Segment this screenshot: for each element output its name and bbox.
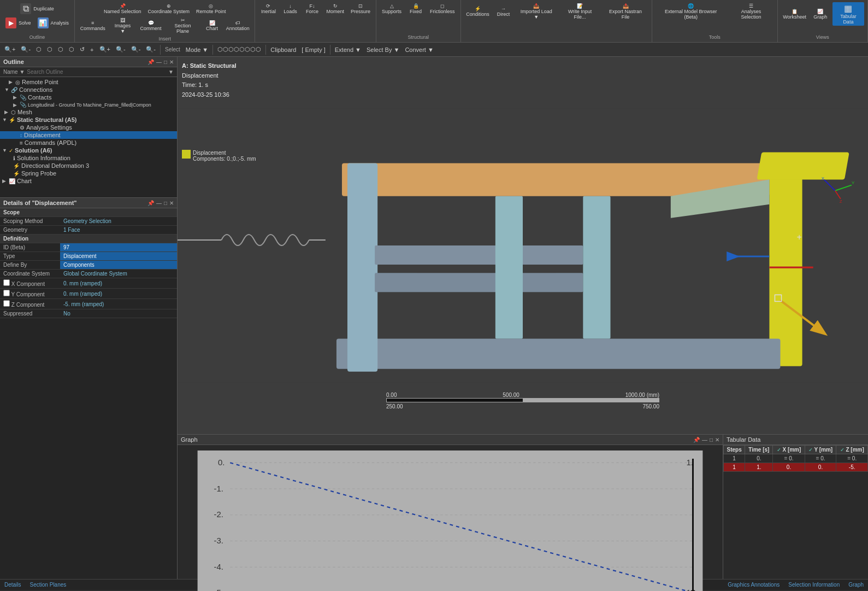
chart-toolbar-button[interactable]: 📈 Chart bbox=[202, 19, 222, 32]
view-btn-3[interactable]: ⬡ bbox=[67, 45, 76, 54]
analysis-button[interactable]: 📊 Analysis bbox=[36, 16, 72, 30]
write-input-button[interactable]: 📝 Write Input File... bbox=[559, 2, 600, 21]
tree-item-static-structural[interactable]: ▼ ⚡ Static Structural (A5) bbox=[0, 116, 177, 124]
tree-item-connections[interactable]: ▼ 🔗 Connections bbox=[0, 86, 177, 93]
y-component-checkbox[interactable] bbox=[3, 290, 10, 296]
expand-chart-tree[interactable]: ▶ bbox=[2, 178, 8, 184]
frictionless-button[interactable]: ◻ Frictionless bbox=[428, 2, 457, 15]
external-model-button[interactable]: 🌐 External Model Browser (Beta) bbox=[656, 2, 726, 21]
expand-remote-point[interactable]: ▶ bbox=[9, 79, 14, 85]
annotation-button[interactable]: 🏷 Annotation bbox=[224, 19, 251, 32]
conditions-button[interactable]: ⚡ Conditions bbox=[464, 5, 492, 18]
view-btn-1[interactable]: ⬡ bbox=[45, 45, 55, 54]
outline-maximize-button[interactable]: □ bbox=[164, 59, 167, 65]
expand-connections[interactable]: ▼ bbox=[4, 87, 10, 92]
tree-item-contacts[interactable]: ▶ 📎 Contacts bbox=[0, 93, 177, 101]
expand-contacts[interactable]: ▶ bbox=[13, 95, 19, 100]
tree-item-displacement[interactable]: ↕ Displacement bbox=[0, 131, 177, 139]
coordinate-system-button[interactable]: ⊕ Coordinate System bbox=[145, 2, 192, 15]
export-nastran-button[interactable]: 📤 Export Nastran File bbox=[603, 2, 648, 21]
expand-longitudinal[interactable]: ▶ bbox=[13, 102, 19, 108]
search-dropdown-button[interactable]: ▼ bbox=[168, 69, 174, 75]
details-status-link[interactable]: Details bbox=[4, 582, 21, 588]
zoom3-button[interactable]: 🔍- bbox=[114, 45, 128, 54]
inertial-button[interactable]: ⟳ Inertial bbox=[258, 2, 278, 15]
moment-button[interactable]: ↻ Moment bbox=[324, 2, 346, 15]
zoom-out-button[interactable]: 🔍- bbox=[19, 45, 33, 54]
view-btn-2[interactable]: ⬡ bbox=[56, 45, 66, 54]
tree-item-chart[interactable]: ▶ 📈 Chart bbox=[0, 177, 177, 185]
fixed-button[interactable]: 🔒 Fixed bbox=[406, 2, 426, 15]
tree-item-analysis-settings[interactable]: ⚙ Analysis Settings bbox=[0, 124, 177, 131]
tabular-row-0[interactable]: 1 0. = 0. = 0. = 0. bbox=[724, 454, 868, 463]
empty-button[interactable]: [ Empty ] bbox=[299, 45, 327, 54]
view-icons-group[interactable]: ⬡⬡⬡⬡⬡⬡⬡⬡ bbox=[215, 45, 263, 54]
tree-item-spring-probe[interactable]: ⚡ Spring Probe bbox=[0, 169, 177, 177]
remote-point-icon: ◎ bbox=[209, 3, 213, 9]
supports-button[interactable]: △ Supports bbox=[380, 2, 404, 15]
force-button[interactable]: F↓ Force bbox=[302, 2, 322, 15]
tabular-row-1[interactable]: 1 1. 0. 0. -5. bbox=[724, 463, 868, 472]
analyses-selection-button[interactable]: ☰ Analyses Selection bbox=[728, 2, 773, 21]
outline-minimize-button[interactable]: — bbox=[156, 59, 162, 65]
search-input[interactable] bbox=[27, 69, 166, 75]
tree-item-longitudinal[interactable]: ▶ 📎 Longitudinal - Ground To Machine_Fra… bbox=[0, 101, 177, 108]
clipboard-button[interactable]: Clipboard bbox=[268, 45, 298, 54]
fit-button[interactable]: ⬡ bbox=[34, 45, 44, 54]
scale-750: 750.00 bbox=[642, 403, 659, 409]
zoom4-button[interactable]: 🔍- bbox=[129, 45, 143, 54]
solve-button[interactable]: ▶ Solve bbox=[3, 16, 33, 30]
graphics-annotations-link[interactable]: Graphics Annotations bbox=[728, 582, 780, 588]
section-plane-button[interactable]: ✂ Section Plane bbox=[166, 16, 200, 35]
graph-status-link[interactable]: Graph bbox=[848, 582, 864, 588]
comment-button[interactable]: 💬 Comment bbox=[138, 19, 163, 32]
expand-mesh[interactable]: ▶ bbox=[4, 109, 10, 115]
imported-load-button[interactable]: 📥 Imported Load ▼ bbox=[516, 2, 558, 21]
extend-button[interactable]: Extend ▼ bbox=[333, 45, 363, 54]
tabular-data-button[interactable]: ▦ Tabular Data bbox=[832, 2, 864, 26]
add-button[interactable]: + bbox=[88, 45, 96, 54]
zoom5-button[interactable]: 🔍- bbox=[144, 45, 158, 54]
tree-item-directional-deformation[interactable]: ⚡ Directional Deformation 3 bbox=[0, 162, 177, 169]
outline-pin-button[interactable]: 📌 bbox=[147, 59, 154, 65]
graph-button[interactable]: 📈 Graph bbox=[811, 8, 830, 21]
details-close-button[interactable]: ✕ bbox=[169, 200, 174, 206]
details-maximize-button[interactable]: □ bbox=[164, 200, 167, 206]
commands-button[interactable]: ≡ Commands bbox=[78, 19, 107, 32]
x-component-checkbox[interactable] bbox=[3, 279, 10, 286]
named-selection-button[interactable]: 📌 Named Selection bbox=[102, 2, 144, 15]
z-component-checkbox[interactable] bbox=[3, 300, 10, 307]
pressure-button[interactable]: ⊡ Pressure bbox=[349, 2, 373, 15]
images-button[interactable]: 🖼 Images ▼ bbox=[109, 16, 135, 35]
select-by-button[interactable]: Select By ▼ bbox=[364, 45, 401, 54]
outline-close-button[interactable]: ✕ bbox=[169, 59, 174, 65]
duplicate-button[interactable]: ⧉ Duplicate bbox=[18, 2, 56, 15]
expand-solution[interactable]: ▼ bbox=[2, 148, 8, 153]
row1-x: 0. bbox=[773, 463, 805, 472]
worksheet-button[interactable]: 📋 Worksheet bbox=[781, 8, 808, 21]
section-planes-link[interactable]: Section Planes bbox=[30, 582, 67, 588]
graph-pin-button[interactable]: 📌 bbox=[693, 437, 700, 443]
tree-item-remote-point[interactable]: ▶ ◎ Remote Point bbox=[0, 78, 177, 86]
viewport[interactable]: A: Static Structural Displacement Time: … bbox=[178, 57, 868, 434]
details-pin-button[interactable]: 📌 bbox=[147, 200, 154, 206]
expand-static-structural[interactable]: ▼ bbox=[2, 117, 8, 122]
mode-dropdown[interactable]: Mode ▼ bbox=[184, 45, 210, 54]
loads-button[interactable]: ↓ Loads bbox=[280, 2, 300, 15]
remote-point-button[interactable]: ◎ Remote Point bbox=[194, 2, 228, 15]
graph-close-button[interactable]: ✕ bbox=[715, 437, 719, 443]
graph-minimize-button[interactable]: — bbox=[702, 437, 707, 443]
inertial-label: Inertial bbox=[261, 9, 276, 14]
zoom-in-button[interactable]: 🔍+ bbox=[2, 45, 17, 54]
tree-item-commands-apdl[interactable]: ≡ Commands (APDL) bbox=[0, 139, 177, 147]
convert-button[interactable]: Convert ▼ bbox=[403, 45, 435, 54]
selection-info-link[interactable]: Selection Information bbox=[788, 582, 840, 588]
tree-item-mesh[interactable]: ▶ ⬡ Mesh bbox=[0, 108, 177, 116]
undo-button[interactable]: ↺ bbox=[78, 45, 87, 54]
details-minimize-button[interactable]: — bbox=[156, 200, 162, 206]
graph-maximize-button[interactable]: □ bbox=[710, 437, 713, 443]
direct-button[interactable]: → Direct bbox=[494, 5, 513, 18]
tree-item-solution-info[interactable]: ℹ Solution Information bbox=[0, 154, 177, 162]
tree-item-solution[interactable]: ▼ ✓ Solution (A6) bbox=[0, 147, 177, 154]
zoom2-button[interactable]: 🔍+ bbox=[97, 45, 113, 54]
